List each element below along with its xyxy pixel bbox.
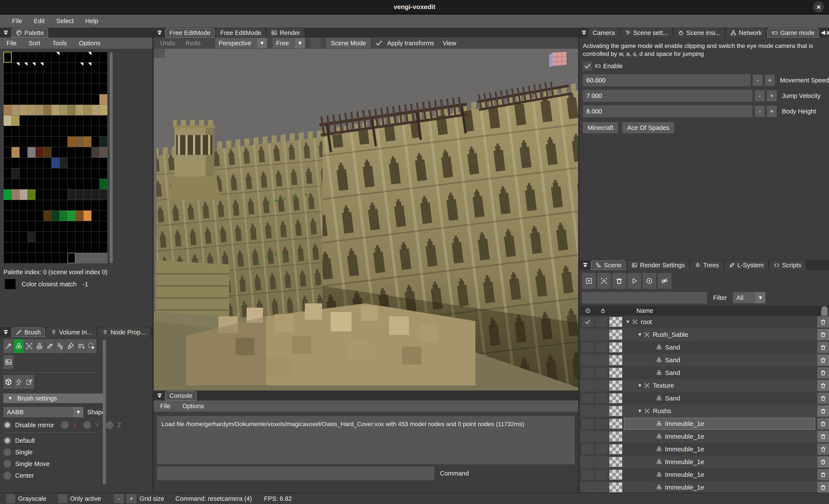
palette-cell[interactable] [4,115,11,126]
palette-cell[interactable] [60,232,67,242]
delete-node-button[interactable] [817,456,829,468]
visibility-checkbox[interactable] [582,470,594,479]
palette-cell[interactable] [20,168,27,179]
palette-cell[interactable] [68,115,75,126]
palette-cell[interactable] [92,63,99,73]
node-label[interactable]: Sand [665,369,680,377]
palette-cell[interactable] [36,115,43,126]
node-label[interactable]: Immeuble_1e [665,484,704,491]
palette-cell[interactable] [92,126,99,137]
palette-cell[interactable] [51,210,59,221]
palette-cell[interactable] [51,115,59,126]
palette-cell[interactable] [68,94,75,105]
palette-cell[interactable] [92,200,99,210]
palette-cell[interactable] [60,147,67,157]
tree-row[interactable]: Sand [579,392,829,404]
node-color-swatch[interactable] [609,406,622,416]
palette-cell[interactable] [4,210,11,221]
palette-cell[interactable] [76,179,83,189]
palette-cell[interactable] [51,126,59,137]
palette-cell[interactable] [83,115,91,126]
node-color-swatch[interactable] [609,444,622,454]
palette-cell[interactable] [100,52,107,62]
palette-cell[interactable] [60,168,67,179]
palette-cell[interactable] [4,105,11,115]
palette-cell[interactable] [28,94,35,105]
palette-cell[interactable] [44,115,51,126]
palette-cell[interactable] [60,137,67,147]
lock-checkbox[interactable] [596,470,608,479]
palette-cell[interactable] [20,84,27,94]
tree-row[interactable]: Sand [579,366,829,379]
palette-cell[interactable] [36,242,43,253]
palette-cell[interactable] [83,84,91,94]
palette-cell[interactable] [51,179,59,189]
lock-checkbox[interactable] [596,342,608,352]
palette-cell[interactable] [68,221,75,232]
palette-cell[interactable] [76,210,83,221]
movement-speed-increase-button[interactable]: + [765,75,775,86]
tab-render[interactable]: Render [266,28,304,38]
palette-cell[interactable] [20,63,27,73]
node-label[interactable]: Immeuble_1e [665,458,704,466]
palette-cell[interactable] [28,200,35,210]
palette-cell[interactable] [20,94,27,105]
delete-node-button[interactable] [817,380,829,391]
palette-cell[interactable] [92,242,99,253]
palette-cell[interactable] [76,52,83,62]
palette-cell[interactable] [76,232,83,242]
palette-cell[interactable] [100,200,107,210]
palette-cell[interactable] [12,221,20,232]
visibility-checkbox[interactable] [582,406,594,416]
collapse-right-icon[interactable] [581,28,587,38]
palette-cell[interactable] [44,232,51,242]
mirror-z-radio[interactable] [106,421,113,429]
palette-menu-tools[interactable]: Tools [52,40,67,47]
palette-cell[interactable] [60,210,67,221]
tree-row[interactable]: ▼Rushs [579,405,829,417]
palette-cell[interactable] [76,168,83,179]
visibility-checkbox[interactable] [582,482,594,492]
palette-cell[interactable] [83,200,91,210]
grid-size-increase-button[interactable]: + [127,494,137,503]
palette-cell[interactable] [36,221,43,232]
palette-cell[interactable] [100,221,107,232]
node-label[interactable]: Immeuble_1e [665,420,704,427]
palette-cell[interactable] [4,126,11,137]
palette-cell[interactable] [92,73,99,83]
tree-row[interactable]: Immeuble_1e [579,418,829,430]
collapse-editor-icon[interactable] [155,28,164,38]
visibility-checkbox[interactable] [582,368,594,378]
palette-cell[interactable] [76,158,83,168]
palette-cell[interactable] [83,221,91,232]
tree-row[interactable]: Immeuble_1e [579,481,829,493]
palette-cell[interactable] [60,189,67,200]
delete-node-button[interactable] [817,342,829,353]
palette-cell[interactable] [68,179,75,189]
palette-cell[interactable] [44,105,51,115]
palette-cell[interactable] [20,126,27,137]
palette-cell[interactable] [4,147,11,157]
palette-cell[interactable] [36,189,43,200]
palette-cell[interactable] [92,94,99,105]
palette-cell[interactable] [100,126,107,137]
collapse-palette-icon[interactable] [1,28,10,38]
tab-trees[interactable]: Trees [690,261,723,270]
palette-cell[interactable] [20,73,27,83]
mirror-y-radio[interactable] [83,421,91,429]
palette-cell[interactable] [76,73,83,83]
palette-cell[interactable] [60,126,67,137]
visibility-checkbox[interactable] [582,444,594,454]
palette-cell[interactable] [36,232,43,242]
palette-cell[interactable] [76,84,83,94]
delete-node-button[interactable] [817,405,829,417]
visibility-checkbox[interactable] [582,457,594,467]
palette-cell[interactable] [100,242,107,253]
palette-cell[interactable] [44,210,51,221]
tab-node-properties[interactable]: Node Prop... [98,327,150,337]
visibility-checkbox[interactable] [582,355,594,365]
node-label[interactable]: Sand [665,344,680,351]
palette-cell[interactable] [44,242,51,253]
palette-cell[interactable] [76,200,83,210]
palette-cell[interactable] [76,115,83,126]
